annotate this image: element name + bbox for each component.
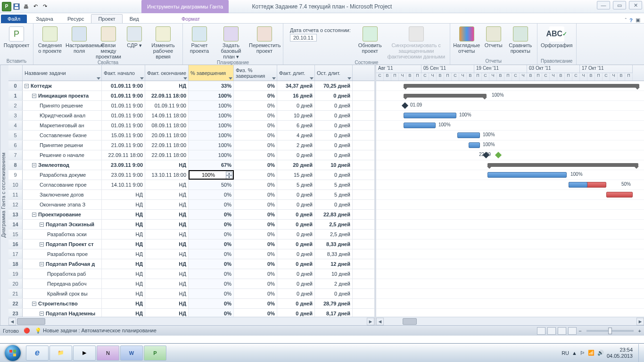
- group-planning: Расчет проекта Задать базовый план ▾ Пер…: [183, 24, 283, 65]
- custom-fields-button[interactable]: Настраиваемые поля: [66, 25, 93, 54]
- tray-volume-icon[interactable]: 🔊: [597, 350, 604, 356]
- view-team-icon[interactable]: [558, 327, 566, 335]
- table-row[interactable]: 18 −Подэтап Рабочая д НД НД 0% 0% 0 дней…: [8, 259, 374, 269]
- header-remaining-dur[interactable]: Ост. длит.: [315, 65, 353, 81]
- update-project-button[interactable]: Обновить проект: [356, 25, 384, 54]
- minimize-ribbon-icon[interactable]: ˆ: [625, 17, 627, 23]
- table-row[interactable]: 11 Заключение догов НД НД 0% 0% 0 дней 5…: [8, 190, 374, 200]
- zoom-out-icon[interactable]: −: [578, 328, 581, 334]
- taskbar-project[interactable]: P: [144, 346, 166, 361]
- table-row[interactable]: 15 Разработка эски НД НД 0% 0% 0 дней 2,…: [8, 230, 374, 239]
- gantt-body[interactable]: 100% 01.09 100% 100% 100% 100% 22.09 100…: [376, 81, 644, 319]
- minimize-button[interactable]: —: [597, 1, 610, 9]
- view-usage-icon[interactable]: [547, 327, 556, 335]
- table-row[interactable]: 4 Маркетинговый ан 01.09.11 9:00 08.09.1…: [8, 121, 374, 131]
- table-row[interactable]: 13 −Проектирование НД НД 0% 0% 0 дней 22…: [8, 210, 374, 220]
- table-row[interactable]: 10 Согласование прое 14.10.11 9:00 НД 50…: [8, 180, 374, 190]
- save-icon[interactable]: [12, 2, 21, 11]
- taskbar-word[interactable]: W: [120, 346, 143, 361]
- table-row[interactable]: 16 −Подэтап Проект ст НД НД 0% 0% 0 дней…: [8, 239, 374, 249]
- calc-project-button[interactable]: Расчет проекта: [186, 25, 213, 54]
- table-row[interactable]: 9 Разработка докуме 23.09.11 9:00 13.10.…: [8, 170, 374, 180]
- zoom-slider[interactable]: [586, 330, 634, 332]
- gantt-hscroll[interactable]: ◄►: [376, 317, 644, 325]
- view-resource-icon[interactable]: [568, 327, 577, 335]
- undo-icon[interactable]: ↶: [31, 2, 40, 11]
- taskbar-wmp[interactable]: ▶: [73, 346, 96, 361]
- svg-rect-1: [15, 7, 18, 9]
- taskbar-ie[interactable]: e: [26, 346, 49, 361]
- tray-arrow-icon[interactable]: ▲: [572, 350, 577, 356]
- move-project-button[interactable]: Переместить проект: [249, 25, 280, 54]
- tray-network-icon[interactable]: 📶: [588, 350, 594, 356]
- window-title: Коттедж Задание 7.4 текущий план - Micro…: [252, 3, 392, 10]
- table-row[interactable]: 7 Решение о начале 22.09.11 18:00 22.09.…: [8, 150, 374, 160]
- spelling-button[interactable]: ABC✓Орфография: [540, 25, 573, 48]
- svg-rect-2: [15, 4, 18, 6]
- window-icon[interactable]: ▣: [636, 17, 640, 23]
- tab-project[interactable]: Проект: [91, 14, 122, 23]
- table-row[interactable]: 5 Составление бизне 15.09.11 9:00 20.09.…: [8, 131, 374, 140]
- group-properties: Сведения о проекте Настраиваемые поля Св…: [33, 24, 183, 65]
- redo-icon[interactable]: ↷: [41, 2, 49, 11]
- reports-button[interactable]: Отчеты: [482, 25, 505, 48]
- set-baseline-button[interactable]: Задать базовый план ▾: [215, 25, 247, 59]
- table-row[interactable]: 22 −Строительство НД НД 0% 0% 0 дней 28,…: [8, 299, 374, 309]
- header-phys-pct[interactable]: Физ. % завершения: [234, 65, 277, 81]
- table-row[interactable]: 17 Разработка прое НД НД 0% 0% 0 дней 8,…: [8, 249, 374, 259]
- table-row[interactable]: 19 Проработка раб НД НД 0% 0% 0 дней 10 …: [8, 269, 374, 279]
- group-insert: PПодпроект Вставить: [0, 24, 33, 65]
- table-row[interactable]: 12 Окончание этапа З НД НД 0% 0% 0 дней …: [8, 200, 374, 210]
- print-icon[interactable]: 🖶: [22, 2, 30, 11]
- table-row[interactable]: 20 Передача рабоч НД НД 0% 0% 0 дней 2 д…: [8, 279, 374, 289]
- tab-view[interactable]: Вид: [123, 14, 146, 23]
- svg-rect-3: [9, 350, 12, 353]
- header-actual-start[interactable]: Факт. начало: [102, 65, 145, 81]
- restore-button[interactable]: ▭: [613, 1, 626, 9]
- taskbar-explorer[interactable]: 📁: [50, 346, 72, 361]
- gantt-chart: Авг '1105 Сен '1119 Сен '1103 Окт '1117 …: [376, 65, 644, 325]
- close-button[interactable]: ✕: [629, 1, 642, 9]
- new-tasks-mode[interactable]: 💡 Новые задачи : Автоматическое планиров…: [35, 328, 157, 334]
- view-gantt-icon[interactable]: [537, 327, 545, 335]
- table-row[interactable]: 23 −Подэтап Надземны НД НД 0% 0% 0 дней …: [8, 309, 374, 317]
- main-area: Диаграмма Ганта с отслеживанием Название…: [0, 65, 644, 325]
- tray-flag-icon[interactable]: 🏳: [580, 350, 585, 356]
- table-row[interactable]: 8 −Землеотвод 23.09.11 9:00 НД 67% 0% 20…: [8, 160, 374, 170]
- status-date-value[interactable]: 20.10.11: [290, 34, 317, 41]
- wbs-button[interactable]: СДР ▾: [124, 25, 145, 48]
- table-row[interactable]: 21 Крайний срок вы НД НД 0% 0% 0 дней 0 …: [8, 289, 374, 299]
- header-name[interactable]: Название задачи: [23, 65, 102, 81]
- header-select-all[interactable]: [8, 65, 23, 81]
- table-row[interactable]: 6 Принятие решени 21.09.11 9:00 22.09.11…: [8, 140, 374, 150]
- subproject-button[interactable]: PПодпроект: [3, 25, 30, 48]
- zoom-in-icon[interactable]: +: [638, 328, 641, 334]
- start-button[interactable]: [0, 344, 25, 362]
- tab-format[interactable]: Формат: [174, 14, 207, 23]
- visual-reports-button[interactable]: Наглядные отчеты: [453, 25, 480, 54]
- header-pct-complete[interactable]: % завершения: [189, 65, 234, 81]
- tray-clock[interactable]: 23:5404.05.2013: [607, 347, 636, 359]
- show-desktop-button[interactable]: [638, 344, 642, 362]
- svg-rect-5: [9, 354, 12, 356]
- tab-task[interactable]: Задача: [29, 14, 60, 23]
- table-row[interactable]: 3 Юридтческий анал 01.09.11 9:00 14.09.1…: [8, 111, 374, 121]
- project-info-button[interactable]: Сведения о проекте: [36, 25, 64, 54]
- links-button[interactable]: Связи между проектами: [95, 25, 122, 59]
- table-row[interactable]: 2 Принято решение 01.09.11 9:00 01.09.11…: [8, 101, 374, 111]
- table-row[interactable]: 0 −Коттедж 01.09.11 9:00 НД 33% 0% 34,37…: [8, 81, 374, 91]
- help-icon[interactable]: ?: [629, 17, 633, 23]
- compare-projects-button[interactable]: Сравнить проекты: [507, 25, 534, 54]
- tab-file[interactable]: Файл: [1, 15, 27, 23]
- taskbar-onenote[interactable]: N: [97, 346, 119, 361]
- system-tray: RU ▲ 🏳 📶 🔊 23:5404.05.2013: [560, 344, 644, 362]
- grid-hscroll[interactable]: ◄►: [8, 317, 374, 325]
- tray-lang[interactable]: RU: [561, 350, 569, 356]
- header-actual-finish[interactable]: Факт. окончание: [145, 65, 189, 81]
- header-actual-dur[interactable]: Факт. длит.: [277, 65, 315, 81]
- macro-icon[interactable]: 🔴: [24, 328, 30, 334]
- tab-resource[interactable]: Ресурс: [60, 14, 91, 23]
- table-row[interactable]: 1 −Инициация проекта 01.09.11 9:00 22.09…: [8, 91, 374, 101]
- change-worktime-button[interactable]: Изменить рабочее время: [147, 25, 180, 59]
- table-row[interactable]: 14 −Подэтап Эскизный НД НД 0% 0% 0 дней …: [8, 220, 374, 230]
